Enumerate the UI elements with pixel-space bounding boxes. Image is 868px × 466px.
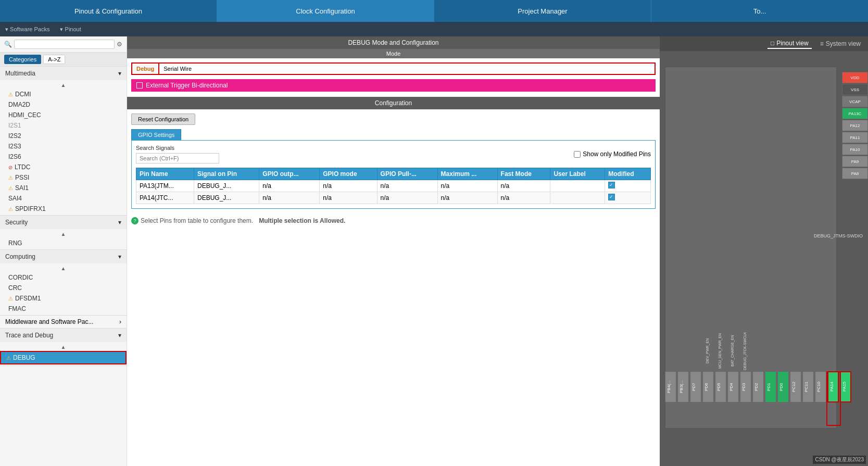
modified-checkbox-2[interactable] xyxy=(608,194,615,200)
sidebar-item-spdifrx1[interactable]: ⚠SPDIFRX1 xyxy=(0,204,127,214)
pin-pa11[interactable]: PA11 xyxy=(842,132,868,143)
th-fast-mode[interactable]: Fast Mode xyxy=(497,168,550,180)
pin-pa10[interactable]: PA10 xyxy=(842,144,868,155)
search-icon: 🔍 xyxy=(4,41,12,48)
pin-pb3[interactable]: PB3(... xyxy=(677,371,689,402)
pin-pb4[interactable]: PB4(... xyxy=(665,371,676,402)
hint-text: Select Pins from table to configure them… xyxy=(141,217,253,224)
sidebar-item-i2s6[interactable]: I2S6 xyxy=(0,152,127,162)
table-row[interactable]: PA14(JTC... DEBUG_J... n/a n/a n/a n/a n… xyxy=(136,192,651,204)
tab-az[interactable]: A->Z xyxy=(43,55,65,64)
pin-pd5[interactable]: PD5 xyxy=(715,371,726,402)
sidebar-item-ltdc[interactable]: ⊘LTDC xyxy=(0,162,127,172)
pin-pc11[interactable]: PC11 xyxy=(802,371,814,402)
vertical-labels: DEV_PWR_EN MCU_SEN_PWR_EN BAT_CHARGE_EN … xyxy=(701,332,750,369)
settings-icon[interactable]: ⚙ xyxy=(117,41,122,48)
pin-pa15[interactable]: PA15 xyxy=(840,371,851,402)
software-packs-nav[interactable]: ▾ Software Packs xyxy=(5,26,49,33)
show-modified-label: Show only Modified Pins xyxy=(583,150,651,158)
cell-modified-1 xyxy=(605,180,651,192)
th-gpio-output[interactable]: GPIO outp... xyxy=(259,168,320,180)
scroll-up-trace-arrow[interactable]: ▲ xyxy=(0,343,127,351)
pin-pa13c[interactable]: PA13C xyxy=(842,108,868,119)
pin-pd6[interactable]: PD6 xyxy=(702,371,714,402)
section-security-header[interactable]: Security ▾ xyxy=(0,216,127,229)
sidebar-item-dcmi[interactable]: ⚠DCMI xyxy=(0,89,127,99)
arrow-right-icon: › xyxy=(119,318,121,325)
system-view-tab[interactable]: ≡ System view xyxy=(817,39,864,49)
sidebar-item-sai1[interactable]: ⚠SAI1 xyxy=(0,183,127,193)
pin-pa12[interactable]: PA12 xyxy=(842,120,868,131)
hint-icon: ? xyxy=(131,217,139,224)
pin-vss[interactable]: VSS xyxy=(842,84,868,95)
sidebar: 🔍 ⚙ Categories A->Z Multimedia ▾ ▲ ⚠DCMI… xyxy=(0,36,127,466)
show-modified-checkbox[interactable] xyxy=(574,151,581,158)
pin-pa8[interactable]: PA8 xyxy=(842,168,868,179)
section-computing-header[interactable]: Computing ▾ xyxy=(0,250,127,263)
pin-vdd[interactable]: VDD xyxy=(842,72,868,83)
th-pin-name[interactable]: Pin Name xyxy=(136,168,194,180)
tab-clock-config[interactable]: Clock Configuration xyxy=(217,0,434,22)
pin-vcap[interactable]: VCAP xyxy=(842,96,868,107)
debug-select[interactable]: No Debug Trace Asynchronous Sw Serial Wi… xyxy=(158,62,656,75)
pin-pc10[interactable]: PC10 xyxy=(815,371,826,402)
sidebar-item-crc[interactable]: CRC xyxy=(0,283,127,293)
cell-maximum-1: n/a xyxy=(437,180,497,192)
th-gpio-pull[interactable]: GPIO Pull-... xyxy=(377,168,437,180)
tab-pinout-config[interactable]: Pinout & Configuration xyxy=(0,0,217,22)
sidebar-item-dfsdm1[interactable]: ⚠DFSDM1 xyxy=(0,293,127,304)
scroll-up-security-arrow[interactable]: ▲ xyxy=(0,230,127,238)
search-signals-label: Search Signals xyxy=(136,145,219,151)
th-maximum[interactable]: Maximum ... xyxy=(437,168,497,180)
search-signals-input[interactable] xyxy=(136,153,219,163)
red-highlight-box xyxy=(826,371,841,426)
middleware-header[interactable]: Middleware and Software Pac... › xyxy=(0,316,127,328)
table-row[interactable]: PA13(JTM... DEBUG_J... n/a n/a n/a n/a n… xyxy=(136,180,651,192)
pin-pd4[interactable]: PD4 xyxy=(727,371,739,402)
modified-checkbox-1[interactable] xyxy=(608,182,615,188)
sidebar-item-cordic[interactable]: CORDIC xyxy=(0,272,127,283)
pinout-view-tab[interactable]: □ Pinout view xyxy=(768,39,812,49)
cell-user-label-1 xyxy=(550,180,605,192)
th-user-label[interactable]: User Label xyxy=(550,168,605,180)
scroll-up-arrow[interactable]: ▲ xyxy=(0,81,127,89)
th-signal[interactable]: Signal on Pin xyxy=(194,168,259,180)
gpio-tab-bar: GPIO Settings xyxy=(131,129,656,140)
multimedia-items: ▲ ⚠DCMI DMA2D HDMI_CEC I2S1 I2S2 I2S3 I2… xyxy=(0,80,127,215)
section-multimedia-header[interactable]: Multimedia ▾ xyxy=(0,67,127,80)
pin-pa9[interactable]: PA9 xyxy=(842,156,868,167)
tab-tools[interactable]: To... xyxy=(651,0,868,22)
scroll-up-computing-arrow[interactable]: ▲ xyxy=(0,265,127,272)
pin-pc12[interactable]: PC12 xyxy=(790,371,801,402)
chevron-down-computing-icon: ▾ xyxy=(118,253,121,260)
sidebar-item-i2s2[interactable]: I2S2 xyxy=(0,131,127,141)
tab-categories[interactable]: Categories xyxy=(4,55,41,64)
sidebar-search-input[interactable] xyxy=(14,40,115,49)
pin-pd7[interactable]: PD7 xyxy=(690,371,701,402)
sidebar-item-pssi[interactable]: ⚠PSSI xyxy=(0,172,127,183)
gpio-settings-tab[interactable]: GPIO Settings xyxy=(131,129,181,140)
sidebar-item-debug[interactable]: ⚠ DEBUG xyxy=(0,351,127,364)
pinout-nav[interactable]: ▾ Pinout xyxy=(60,26,81,33)
sidebar-item-sai4[interactable]: SAI4 xyxy=(0,193,127,204)
sidebar-item-rng[interactable]: RNG xyxy=(0,238,127,248)
pin-pd2[interactable]: PD2 xyxy=(752,371,764,402)
th-modified[interactable]: Modified xyxy=(605,168,651,180)
sidebar-item-fmac[interactable]: FMAC xyxy=(0,304,127,314)
external-trigger-checkbox[interactable] xyxy=(136,82,143,89)
debug-label: Debug xyxy=(131,62,158,75)
reset-config-button[interactable]: Reset Configuration xyxy=(131,114,195,125)
sidebar-item-i2s1: I2S1 xyxy=(0,120,127,131)
tab-project-manager[interactable]: Project Manager xyxy=(434,0,651,22)
section-security: Security ▾ ▲ RNG xyxy=(0,216,127,250)
pin-pd3[interactable]: PD3 xyxy=(740,371,751,402)
pin-pd0[interactable]: PD0 xyxy=(777,371,789,402)
debug-select-wrapper: No Debug Trace Asynchronous Sw Serial Wi… xyxy=(158,62,656,75)
section-trace-header[interactable]: Trace and Debug ▾ xyxy=(0,329,127,342)
table-header-row: Pin Name Signal on Pin GPIO outp... GPIO… xyxy=(136,168,651,180)
th-gpio-mode[interactable]: GPIO mode xyxy=(320,168,377,180)
sidebar-item-hdmi-cec[interactable]: HDMI_CEC xyxy=(0,110,127,120)
sidebar-item-i2s3[interactable]: I2S3 xyxy=(0,141,127,152)
pin-pd1[interactable]: PD1 xyxy=(765,371,776,402)
sidebar-item-dma2d[interactable]: DMA2D xyxy=(0,99,127,110)
